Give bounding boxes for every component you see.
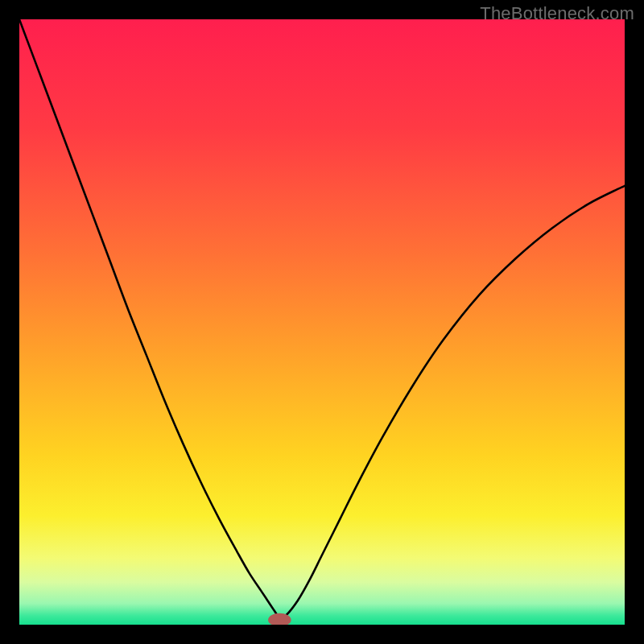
gradient-background	[19, 19, 625, 625]
watermark-text: TheBottleneck.com	[480, 3, 634, 24]
plot-svg	[19, 19, 625, 625]
plot-area	[19, 19, 625, 625]
chart-frame: TheBottleneck.com	[0, 0, 644, 644]
